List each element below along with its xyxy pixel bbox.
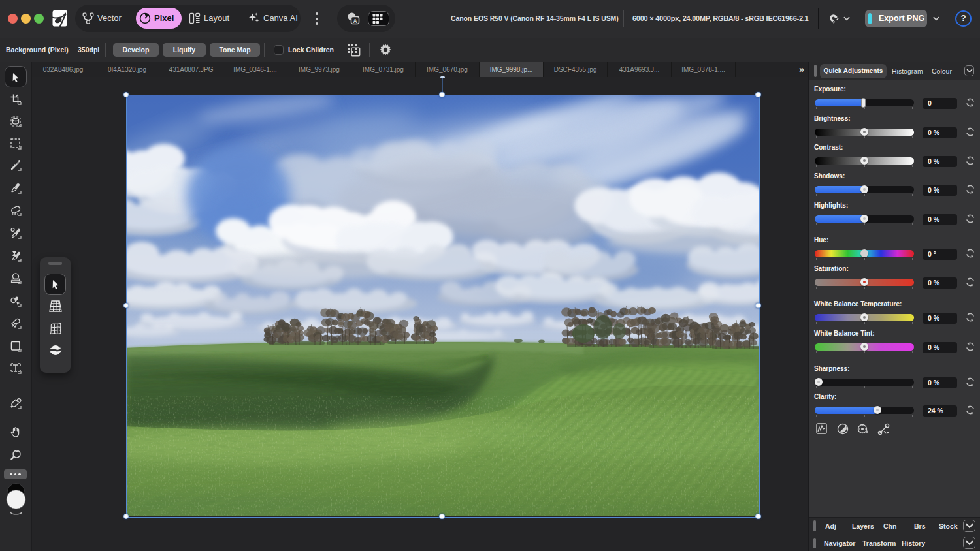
svg-text:A: A: [353, 18, 357, 24]
